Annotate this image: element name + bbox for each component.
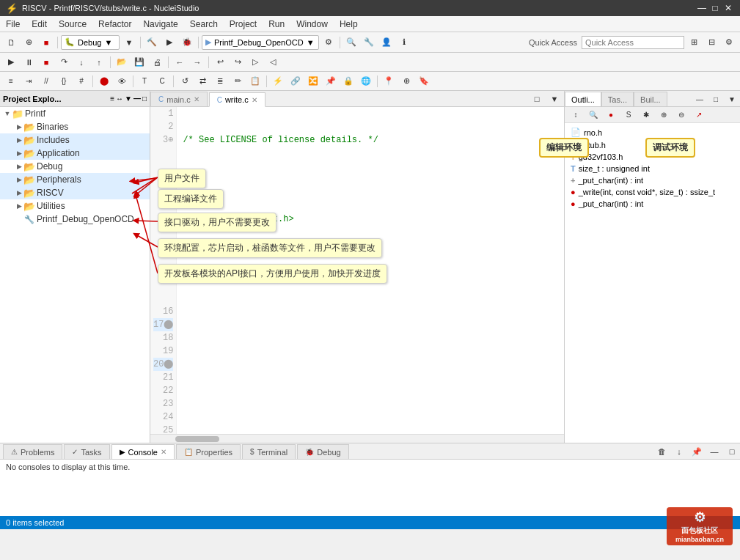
menu-navigate[interactable]: Navigate: [137, 16, 183, 32]
misc8-btn[interactable]: 🌐: [358, 74, 374, 89]
outline-link-btn[interactable]: ↗: [691, 108, 707, 122]
panel-menu-btn[interactable]: ▼: [125, 95, 132, 103]
editor-menu-btn[interactable]: ▼: [546, 92, 563, 106]
tab-write-c-close[interactable]: ✕: [252, 96, 257, 104]
outline-item-size-t[interactable]: T size_t : unsigned int: [565, 163, 740, 174]
editor-maximize-btn[interactable]: □: [529, 92, 545, 106]
settings-btn[interactable]: ⚙: [721, 35, 737, 50]
save-btn[interactable]: 💾: [131, 55, 147, 70]
bottom-tab-debug[interactable]: 🐞 Debug: [297, 444, 348, 459]
maximize-panel-btn[interactable]: □: [142, 95, 147, 103]
tab-write-c[interactable]: C write.c ✕: [209, 92, 265, 107]
right-tab-tasks[interactable]: Tas...: [601, 92, 634, 106]
run-btn[interactable]: ▶: [161, 35, 177, 50]
right-tab-build[interactable]: Buil...: [634, 92, 667, 106]
tab-main-c[interactable]: C main.c ✕: [150, 92, 208, 106]
tab-main-c-close[interactable]: ✕: [194, 95, 199, 103]
tree-item-application[interactable]: ▶ 📂 Application: [0, 147, 150, 160]
console-close-icon[interactable]: ✕: [161, 448, 166, 456]
user-btn[interactable]: 👤: [378, 35, 395, 50]
back-btn[interactable]: ←: [172, 55, 188, 70]
step-over-btn[interactable]: ↷: [56, 55, 72, 70]
right-panel-menu[interactable]: ▼: [724, 92, 740, 106]
menu-search[interactable]: Search: [184, 16, 224, 32]
open-btn[interactable]: 📂: [114, 55, 130, 70]
tree-item-debug[interactable]: ▶ 📂 Debug: [0, 160, 150, 173]
outline-fields-btn[interactable]: ●: [603, 108, 619, 122]
tree-item-includes[interactable]: ▶ 📂 Includes: [0, 133, 150, 147]
tree-item-peripherals[interactable]: ▶ 📂 Peripherals: [0, 173, 150, 186]
tree-item-binaries[interactable]: ▶ 📂 Binaries: [0, 120, 150, 133]
stop-button[interactable]: ■: [38, 35, 54, 50]
fwd-btn[interactable]: →: [189, 55, 205, 70]
misc3-btn[interactable]: ⚡: [270, 74, 286, 89]
misc4-btn[interactable]: 🔗: [287, 74, 304, 89]
redo-btn[interactable]: ↪: [230, 55, 246, 70]
target-button[interactable]: ⊕: [21, 35, 37, 50]
format-btn[interactable]: ≡: [3, 74, 19, 89]
misc2-btn[interactable]: 📋: [247, 74, 263, 89]
outline-collapse-btn[interactable]: ⊖: [673, 108, 689, 122]
tree-item-riscv[interactable]: ▶ 📂 RISCV: [0, 186, 150, 199]
maximize-button[interactable]: □: [709, 2, 721, 14]
outline-star-btn[interactable]: ✱: [638, 108, 654, 122]
outline-static-btn[interactable]: S: [620, 108, 637, 122]
console-scroll-btn[interactable]: ↓: [671, 444, 687, 459]
misc7-btn[interactable]: 🔒: [340, 74, 356, 89]
link-editor-btn[interactable]: ↔: [116, 95, 123, 103]
menu-refactor[interactable]: Refactor: [92, 16, 137, 32]
toggle-btn[interactable]: ⇄: [194, 74, 210, 89]
quick-access-input[interactable]: [582, 36, 684, 49]
search-btn[interactable]: 🔍: [343, 35, 359, 50]
pause-btn[interactable]: ⏸: [21, 55, 37, 70]
menu-project[interactable]: Project: [224, 16, 263, 32]
bracket-btn[interactable]: {}: [56, 74, 72, 89]
prev-btn[interactable]: ◁: [265, 55, 281, 70]
misc5-btn[interactable]: 🔀: [305, 74, 321, 89]
resume-btn[interactable]: ▶: [3, 55, 19, 70]
run-config-settings[interactable]: ⚙: [320, 35, 337, 50]
perspective-btn2[interactable]: ⊟: [703, 35, 719, 50]
debug-config-settings[interactable]: ▼: [121, 35, 137, 50]
close-button[interactable]: ✕: [722, 2, 734, 14]
console-minimize-btn[interactable]: —: [706, 444, 722, 459]
console-pin-btn[interactable]: 📌: [689, 444, 705, 459]
breakpoint-btn[interactable]: ⬤: [96, 74, 112, 89]
minimize-panel-btn[interactable]: —: [133, 95, 141, 103]
menu-run[interactable]: Run: [263, 16, 290, 32]
watch-btn[interactable]: 👁: [114, 74, 130, 89]
right-panel-minimize[interactable]: —: [692, 92, 708, 106]
perspective-btn[interactable]: ⊞: [686, 35, 702, 50]
menu-help[interactable]: Help: [334, 16, 364, 32]
undo-btn[interactable]: ↩: [212, 55, 228, 70]
bottom-tab-console[interactable]: ▶ Console ✕: [111, 444, 175, 459]
tree-item-utilities[interactable]: ▶ 📂 Utilities: [0, 199, 150, 213]
next-btn[interactable]: ▷: [247, 55, 263, 70]
outline-item-write[interactable]: ● _write(int, const void*, size_t) : ssi…: [565, 186, 740, 198]
type-hierarchy-btn[interactable]: T: [136, 74, 153, 89]
info-btn[interactable]: ℹ: [396, 35, 412, 50]
tree-item-printf[interactable]: ▼ 📁 Printf: [0, 107, 150, 120]
step-into-btn[interactable]: ↓: [73, 55, 89, 70]
outline-item-rno[interactable]: 📄 rno.h: [565, 126, 740, 139]
stop2-btn[interactable]: ■: [38, 55, 54, 70]
refresh-btn[interactable]: ↺: [177, 74, 193, 89]
menu-window[interactable]: Window: [290, 16, 334, 32]
misc-btn[interactable]: ✏: [230, 74, 246, 89]
outline-item-put-char-1[interactable]: + _put_char(int) : int: [565, 174, 740, 186]
collapse-all-btn[interactable]: ≡: [110, 95, 114, 103]
menu-source[interactable]: Source: [53, 16, 92, 32]
misc10-btn[interactable]: ⊕: [398, 74, 414, 89]
debug-config-dropdown[interactable]: 🐛 Debug ▼: [61, 35, 120, 50]
console-clear-btn[interactable]: 🗑: [653, 444, 670, 459]
console-maximize-btn[interactable]: □: [724, 444, 740, 459]
scroll-thumb[interactable]: [175, 436, 219, 442]
tree-item-launch[interactable]: 🔧 Printf_Debug_OpenOCD: [0, 213, 150, 226]
outline-item-put-char-2[interactable]: ● _put_char(int) : int: [565, 198, 740, 210]
macro-btn[interactable]: #: [73, 74, 89, 89]
bottom-tab-tasks[interactable]: ✓ Tasks: [64, 444, 109, 459]
print-btn[interactable]: 🖨: [149, 55, 165, 70]
misc6-btn[interactable]: 📌: [323, 74, 339, 89]
outline-expand-btn[interactable]: ⊕: [656, 108, 672, 122]
bottom-tab-terminal[interactable]: $ Terminal: [242, 444, 296, 459]
